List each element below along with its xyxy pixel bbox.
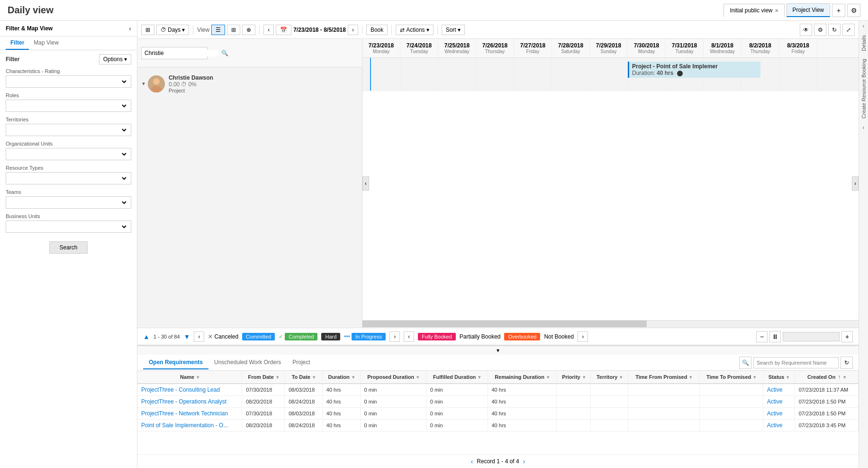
scroll-thumb[interactable] xyxy=(362,321,647,327)
left-panel-collapse[interactable]: ‹ xyxy=(129,25,131,32)
page-title: Daily view xyxy=(8,5,54,16)
org-units-dropdown[interactable] xyxy=(9,150,128,158)
territories-filter-group: Territories xyxy=(6,117,131,136)
sort-button[interactable]: Sort ▾ xyxy=(442,25,465,35)
zoom-out-button[interactable]: − xyxy=(756,331,768,342)
list-view-button[interactable]: ☰ xyxy=(211,25,225,35)
day-cell-7: Project - Point of Sale Implemer Duratio… xyxy=(628,58,666,91)
business-units-dropdown[interactable] xyxy=(9,223,128,230)
col-header-territory[interactable]: Territory ▾ xyxy=(591,371,628,384)
tab-initial-public-view[interactable]: Initial public view ✕ xyxy=(723,4,784,17)
col-header-from-date[interactable]: From Date ▾ xyxy=(242,371,285,384)
requirement-search-input[interactable] xyxy=(753,357,839,368)
calendar-right-arrow[interactable]: › xyxy=(852,176,859,191)
col-header-time-from-promised[interactable]: Time From Promised ▾ xyxy=(628,371,699,384)
settings-button[interactable]: ⚙ xyxy=(847,4,860,17)
create-resource-booking-label[interactable]: Create Resource Booking xyxy=(861,55,867,122)
grid-view-icon-button[interactable]: ⊞ xyxy=(141,25,154,35)
right-sidebar: ‹ Details Create Resource Booking ‹ xyxy=(859,21,868,468)
pagination-up-arrow[interactable]: ▲ xyxy=(143,333,150,340)
col-header-fulfilled-duration[interactable]: Fulfilled Duration ▾ xyxy=(426,371,488,384)
territories-dropdown[interactable] xyxy=(9,126,128,134)
col-header-duration[interactable]: Duration ▾ xyxy=(322,371,360,384)
business-units-select[interactable] xyxy=(6,220,131,233)
right-panel-expand-bottom[interactable]: ‹ xyxy=(861,122,867,133)
globe-view-button[interactable]: ⊕ xyxy=(242,25,255,35)
pause-button[interactable]: ⏸ xyxy=(769,331,781,342)
refresh-button[interactable]: ↻ xyxy=(828,24,841,36)
prev-legend-button[interactable]: ‹ xyxy=(194,331,204,342)
prev-booking-button[interactable]: ‹ xyxy=(404,331,414,342)
status-link[interactable]: Active xyxy=(767,410,783,417)
horizontal-scrollbar[interactable] xyxy=(362,320,859,328)
tab-close-icon[interactable]: ✕ xyxy=(775,8,778,13)
filter-tab[interactable]: Filter xyxy=(6,37,29,50)
next-legend-button[interactable]: › xyxy=(389,331,400,342)
expand-button[interactable]: ⤢ xyxy=(842,24,855,36)
tab-project-view[interactable]: Project View xyxy=(787,3,830,17)
event-block[interactable]: Project - Point of Sale Implemer Duratio… xyxy=(628,62,760,78)
bottom-panel: ▾ Open Requirements Unscheduled Work Ord… xyxy=(137,345,859,468)
search-button[interactable]: Search xyxy=(49,241,87,254)
open-requirements-tab[interactable]: Open Requirements xyxy=(143,356,208,369)
col-header-created-on[interactable]: Created On ↑ ▾ xyxy=(795,371,858,384)
teams-dropdown[interactable] xyxy=(9,199,128,206)
org-units-select[interactable] xyxy=(6,148,131,160)
grid-view-button[interactable]: ⊞ xyxy=(227,25,240,35)
pagination-down-arrow[interactable]: ▼ xyxy=(184,333,190,340)
actions-button[interactable]: ⇄ Actions ▾ xyxy=(396,25,433,35)
prev-date-button[interactable]: ‹ xyxy=(263,25,274,35)
add-view-button[interactable]: + xyxy=(832,4,845,17)
resource-types-select[interactable] xyxy=(6,172,131,184)
col-header-name[interactable]: Name ▾ xyxy=(137,371,242,384)
row-name-link[interactable]: ProjectThree - Network Technician xyxy=(141,410,228,417)
status-link[interactable]: Active xyxy=(767,422,783,429)
days-button[interactable]: ⏱ Days ▾ xyxy=(156,25,189,35)
not-booked-label: Not Booked xyxy=(544,333,574,340)
bottom-search-icon-button[interactable]: 🔍 xyxy=(739,357,751,369)
teams-select[interactable] xyxy=(6,196,131,209)
col-header-time-to-promised[interactable]: Time To Promised ▾ xyxy=(699,371,763,384)
resource-types-dropdown[interactable] xyxy=(9,174,128,182)
status-link[interactable]: Active xyxy=(767,386,783,393)
eye-icon-button[interactable]: 👁 xyxy=(800,24,812,36)
cell-priority xyxy=(556,420,590,431)
col-header-remaining-duration[interactable]: Remaining Duration ▾ xyxy=(488,371,556,384)
zoom-slider[interactable] xyxy=(783,332,840,341)
row-name-link[interactable]: ProjectThree - Consulting Lead xyxy=(141,386,220,393)
col-header-status[interactable]: Status ▾ xyxy=(763,371,795,384)
settings-gear-button[interactable]: ⚙ xyxy=(814,24,826,36)
next-date-button[interactable]: › xyxy=(348,25,358,35)
map-view-tab[interactable]: Map View xyxy=(29,37,63,50)
row-name-link[interactable]: Point of Sale Implementation - O... xyxy=(141,422,228,429)
bottom-refresh-button[interactable]: ↻ xyxy=(841,357,853,369)
characteristics-dropdown[interactable] xyxy=(9,78,128,85)
project-tab[interactable]: Project xyxy=(287,356,316,369)
resource-search-box[interactable]: 🔍 xyxy=(141,47,208,59)
col-header-priority[interactable]: Priority ▾ xyxy=(556,371,590,384)
table-prev-button[interactable]: ‹ xyxy=(471,458,473,465)
roles-dropdown[interactable] xyxy=(9,102,128,110)
status-link[interactable]: Active xyxy=(767,398,783,405)
date-header-10: 8/2/2018 Thursday xyxy=(741,39,779,57)
territories-select[interactable] xyxy=(6,124,131,136)
next-booking-button[interactable]: › xyxy=(578,331,588,342)
row-name-link[interactable]: ProjectThree - Operations Analyst xyxy=(141,398,226,405)
book-button[interactable]: Book xyxy=(366,25,388,35)
search-icon[interactable]: 🔍 xyxy=(218,50,231,56)
calendar-left-arrow[interactable]: ‹ xyxy=(362,176,369,191)
table-next-button[interactable]: › xyxy=(523,458,525,465)
options-button[interactable]: Options ▾ xyxy=(99,54,131,64)
roles-select[interactable] xyxy=(6,100,131,112)
calendar-icon-button[interactable]: 📅 xyxy=(276,25,291,35)
unscheduled-work-orders-tab[interactable]: Unscheduled Work Orders xyxy=(208,356,287,369)
details-label[interactable]: Details xyxy=(861,31,867,55)
resource-collapse-icon[interactable]: ▼ xyxy=(141,81,146,86)
col-header-to-date[interactable]: To Date ▾ xyxy=(285,371,323,384)
col-header-proposed-duration[interactable]: Proposed Duration ▾ xyxy=(360,371,426,384)
zoom-in-button[interactable]: + xyxy=(841,331,853,342)
characteristics-select[interactable] xyxy=(6,75,131,88)
right-panel-expand-top[interactable]: ‹ xyxy=(861,21,867,31)
resource-search-input[interactable] xyxy=(142,50,218,56)
bottom-panel-collapse[interactable]: ▾ xyxy=(137,346,859,355)
